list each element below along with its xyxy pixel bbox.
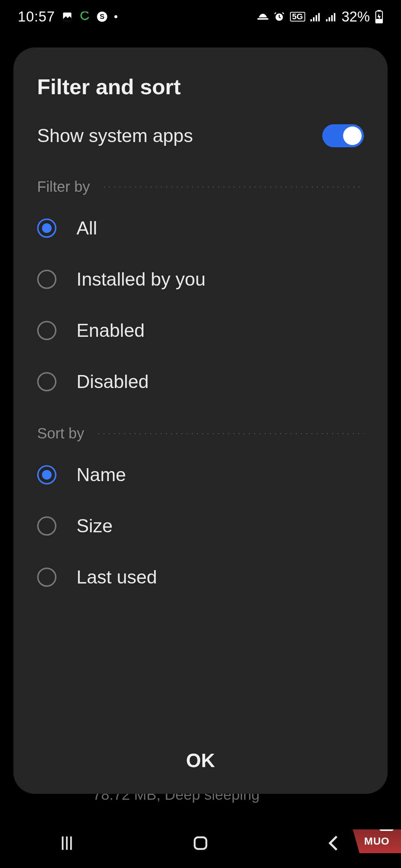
sort-by-header: Sort by [13, 407, 388, 449]
switch-thumb [343, 126, 362, 145]
svg-rect-9 [326, 19, 327, 22]
dnd-icon [257, 12, 268, 21]
option-label: Disabled [76, 371, 149, 392]
show-system-apps-switch[interactable] [322, 124, 364, 147]
svg-rect-6 [313, 17, 314, 21]
status-right: 5G 32% [257, 9, 383, 25]
show-system-apps-row[interactable]: Show system apps [13, 118, 388, 161]
status-bar: 10:57 S 5G 32% [0, 0, 401, 33]
back-icon[interactable] [324, 833, 344, 855]
svg-rect-15 [376, 19, 382, 23]
option-label: Installed by you [76, 269, 205, 290]
option-label: Name [76, 464, 126, 486]
battery-charging-icon [375, 10, 383, 23]
svg-rect-8 [318, 13, 320, 21]
show-system-apps-label: Show system apps [37, 125, 193, 147]
option-label: All [76, 217, 97, 239]
more-notifications-icon [114, 15, 117, 18]
radio-icon [37, 218, 56, 238]
svg-text:S: S [100, 13, 105, 20]
filter-by-label: Filter by [37, 178, 90, 195]
divider-dotted [102, 187, 364, 187]
filter-by-header: Filter by [13, 161, 388, 203]
muo-watermark: MUO [353, 829, 401, 853]
circle-s-icon: S [97, 11, 108, 22]
radio-icon [37, 270, 56, 289]
svg-rect-5 [310, 19, 312, 22]
navigation-bar [0, 820, 401, 868]
alarm-icon [274, 11, 285, 22]
filter-option-all[interactable]: All [13, 203, 388, 254]
option-label: Size [76, 515, 113, 537]
filter-option-disabled[interactable]: Disabled [13, 356, 388, 407]
sort-option-size[interactable]: Size [13, 500, 388, 552]
recents-icon[interactable] [57, 833, 77, 855]
ok-button[interactable]: OK [13, 731, 388, 794]
sort-option-last-used[interactable]: Last used [13, 552, 388, 603]
option-label: Enabled [76, 320, 145, 341]
gallery-icon [62, 11, 73, 22]
filter-option-installed-by-you[interactable]: Installed by you [13, 254, 388, 305]
radio-icon [37, 465, 56, 484]
svg-rect-12 [334, 13, 335, 21]
radio-icon [37, 321, 56, 340]
dialog-title: Filter and sort [13, 74, 388, 118]
svg-rect-7 [316, 15, 317, 22]
filter-sort-dialog: Filter and sort Show system apps Filter … [13, 47, 388, 794]
battery-percent: 32% [342, 9, 370, 25]
divider-dotted [96, 433, 364, 434]
sync-icon [79, 11, 90, 22]
sort-option-name[interactable]: Name [13, 449, 388, 500]
filter-option-enabled[interactable]: Enabled [13, 305, 388, 356]
radio-icon [37, 568, 56, 587]
home-icon[interactable] [190, 833, 211, 855]
signal-2-icon [326, 12, 336, 22]
sort-by-label: Sort by [37, 425, 84, 442]
radio-icon [37, 516, 56, 536]
status-time: 10:57 [18, 9, 55, 25]
svg-rect-11 [331, 15, 333, 22]
network-5g-icon: 5G [290, 12, 305, 22]
radio-icon [37, 372, 56, 391]
svg-rect-19 [195, 837, 206, 849]
option-label: Last used [76, 566, 157, 588]
svg-rect-10 [329, 17, 330, 21]
signal-1-icon [310, 12, 321, 22]
svg-rect-3 [257, 18, 268, 20]
status-left: 10:57 S [18, 9, 117, 25]
